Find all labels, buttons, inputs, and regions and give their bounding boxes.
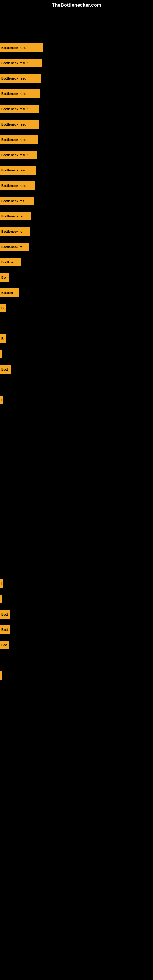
bar-label: Bottlen: [1, 291, 13, 294]
bar-label: Bott: [1, 643, 7, 647]
bar-label: Bottleneck result: [1, 138, 29, 142]
bar-item: Bottleneck re: [0, 212, 30, 221]
bar-item: [0, 595, 2, 603]
bar-item: Bottlen: [0, 288, 19, 297]
bar-label: Bottleneck result: [1, 107, 29, 111]
bar-item: E: [0, 579, 3, 588]
bar-label: Bottlene: [1, 260, 15, 264]
bar-item: Bo: [0, 273, 9, 282]
bar-label: Bottleneck re: [1, 230, 22, 233]
bar-item: Bottleneck result: [0, 89, 40, 98]
bar-label: Bottleneck result: [1, 184, 29, 188]
bar-item: Bottleneck result: [0, 74, 41, 83]
bar-item: Bott: [0, 365, 11, 374]
bar-label: Bottleneck result: [1, 46, 29, 49]
bar-label: B: [1, 337, 4, 340]
bar-label: Bottleneck result: [1, 153, 29, 157]
bar-label: Bottleneck result: [1, 123, 29, 126]
bar-item: Bottleneck result: [0, 151, 37, 159]
bar-item: Bottleneck result: [0, 135, 38, 144]
bar-item: Bottleneck result: [0, 43, 43, 52]
bar-label: Bott: [1, 612, 8, 616]
bar-item: B: [0, 334, 6, 343]
bar-item: Bott: [0, 641, 9, 649]
bar-item: Bottleneck result: [0, 120, 38, 129]
bar-item: Bottleneck res: [0, 197, 34, 205]
bar-label: Bottleneck result: [1, 169, 29, 172]
bar-label: B: [1, 306, 4, 310]
bar-item: Bott: [0, 625, 10, 634]
bar-item: Bott: [0, 610, 10, 619]
bar-label: Bottleneck result: [1, 61, 29, 65]
bar-item: [0, 350, 2, 358]
bar-label: E: [1, 582, 2, 585]
bar-item: [0, 671, 2, 680]
bar-label: Bottleneck re: [1, 245, 22, 249]
bar-item: Bottleneck result: [0, 59, 42, 67]
bar-item: E: [0, 396, 3, 404]
bar-label: Bott: [1, 628, 8, 632]
site-title: TheBottlenecker.com: [52, 2, 101, 8]
bar-label: Bottleneck result: [1, 76, 29, 80]
bar-label: Bottleneck result: [1, 92, 29, 95]
bar-label: Bottleneck re: [1, 215, 22, 218]
bar-item: Bottleneck result: [0, 181, 35, 190]
bar-label: E: [1, 398, 2, 402]
bar-item: Bottleneck result: [0, 105, 40, 113]
bar-item: Bottleneck result: [0, 166, 36, 175]
bar-item: B: [0, 304, 5, 312]
bar-item: Bottleneck re: [0, 243, 29, 251]
bar-label: Bo: [1, 275, 6, 279]
bar-label: Bottleneck res: [1, 199, 24, 203]
bar-label: Bott: [1, 368, 8, 371]
bar-item: Bottlene: [0, 258, 21, 266]
bar-item: Bottleneck re: [0, 227, 30, 236]
